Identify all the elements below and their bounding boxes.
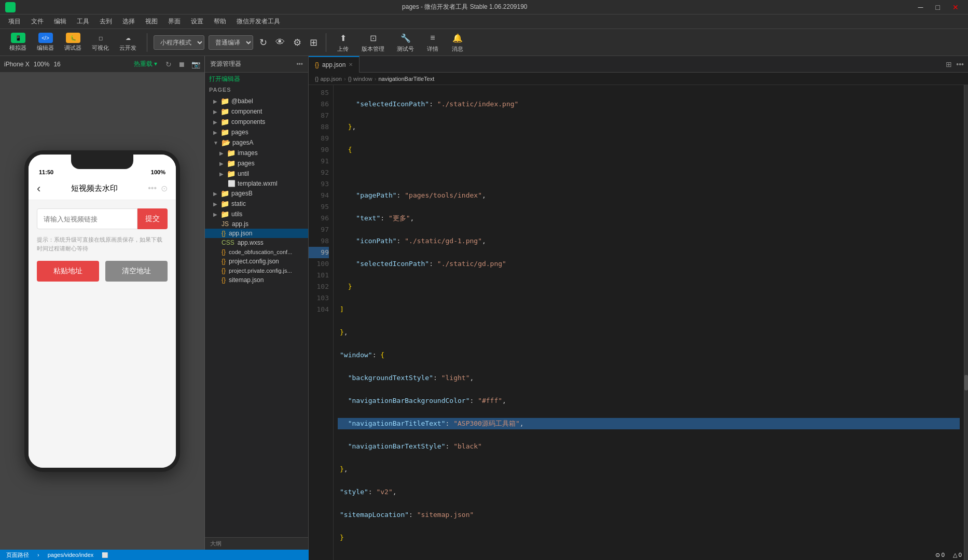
tree-item-pagesA[interactable]: ▼ 📂 pagesA [205, 137, 308, 148]
mode-select[interactable]: 小程序模式 [154, 35, 204, 50]
status-separator: › [37, 552, 39, 558]
details-button[interactable]: ≡ 详情 [422, 30, 443, 55]
folder-icon: 📁 [220, 189, 229, 198]
menu-bar: 项目 文件 编辑 工具 去到 选择 视图 界面 设置 帮助 微信开发者工具 [0, 15, 968, 29]
phone-back-btn[interactable]: ‹ [37, 182, 40, 195]
stop-sim-icon[interactable]: ⏹ [178, 60, 185, 68]
tree-item-babel[interactable]: ▶ 📁 @babel [205, 96, 308, 106]
tree-item-images[interactable]: ▶ 📁 images [205, 148, 308, 158]
menu-settings[interactable]: 设置 [187, 15, 208, 28]
tree-item-label: components [231, 118, 265, 125]
visual-label: 可视化 [92, 44, 109, 52]
tree-item-pages-sub[interactable]: ▶ 📁 pages [205, 158, 308, 169]
chevron-right-icon: ▶ [219, 150, 224, 156]
refresh-button[interactable]: ↻ [257, 35, 269, 50]
code-area[interactable]: "selectedIconPath": "./static/index.png"… [334, 85, 964, 560]
message-button[interactable]: 🔔 消息 [447, 30, 468, 55]
device-button[interactable]: ⚙ [291, 35, 303, 50]
filetree-more-icon[interactable]: ••• [296, 61, 303, 68]
tree-item-utils[interactable]: ▶ 📁 utils [205, 209, 308, 219]
visual-toggle-button[interactable]: ◻ 可视化 [88, 31, 113, 54]
tree-item-components[interactable]: ▶ 📁 components [205, 117, 308, 127]
simulator-toggle-button[interactable]: 📱 模拟器 [5, 31, 31, 54]
hotspot-label[interactable]: 热重载 ▾ [134, 60, 157, 68]
tree-item-label: sitemap.json [229, 276, 264, 284]
scrollbar-thumb[interactable] [964, 375, 968, 390]
chevron-down-icon: ▼ [213, 140, 218, 146]
editor-label: 编辑器 [37, 44, 54, 52]
menu-wechat-tools[interactable]: 微信开发者工具 [232, 15, 284, 28]
open-editor-link[interactable]: 打开编辑器 [205, 73, 308, 86]
cloud-toggle-button[interactable]: ☁ 云开发 [115, 31, 141, 54]
debugger-toggle-button[interactable]: 🐛 调试器 [60, 31, 86, 54]
cloud-icon: ☁ [121, 33, 135, 43]
tree-item-pages[interactable]: ▶ 📁 pages [205, 127, 308, 137]
editor-breadcrumb: {} app.json › {} window › navigationBarT… [309, 73, 968, 85]
paste-address-button[interactable]: 粘贴地址 [37, 261, 99, 282]
video-link-input[interactable] [37, 208, 137, 229]
menu-edit[interactable]: 编辑 [50, 15, 71, 28]
nav-dots-icon[interactable]: ••• [148, 184, 157, 193]
test-number-button[interactable]: 🔧 测试号 [393, 30, 418, 55]
menu-goto[interactable]: 去到 [95, 15, 116, 28]
tree-item-code-obfuscation[interactable]: {} code_obfuscation_conf... [205, 247, 308, 257]
menu-project[interactable]: 项目 [4, 15, 25, 28]
tree-item-static[interactable]: ▶ 📁 static [205, 199, 308, 209]
tree-item-app-json[interactable]: {} app.json [205, 229, 308, 238]
restore-button[interactable]: □ [932, 2, 944, 12]
phone-body: 提交 提示：系统升级可直接在线原画质保存，如果下载时间过程请耐心等待 粘贴地址 … [29, 200, 176, 468]
folder-open-icon: 📂 [222, 138, 230, 147]
menu-select[interactable]: 选择 [118, 15, 139, 28]
breadcrumb-file: {} app.json [315, 76, 342, 82]
editor-tab-app-json[interactable]: {} app.json ✕ [309, 56, 359, 73]
folder-icon: 📁 [220, 200, 229, 208]
message-label: 消息 [452, 45, 463, 53]
tree-item-app-js[interactable]: JS app.js [205, 219, 308, 229]
filetree-footer: 大纲 [205, 537, 308, 550]
status-page-file-icon: ⬜ [102, 552, 108, 558]
tree-item-label: @babel [231, 97, 253, 105]
tree-item-project-private[interactable]: {} project.private.config.js... [205, 266, 308, 275]
menu-tools[interactable]: 工具 [73, 15, 93, 28]
tree-item-sitemap[interactable]: {} sitemap.json [205, 275, 308, 285]
editor-toggle-button[interactable]: </> 编辑器 [33, 31, 58, 54]
hint-text: 提示：系统升级可直接在线原画质保存，如果下载时间过程请耐心等待 [37, 235, 168, 253]
split-editor-icon[interactable]: ⊞ [946, 60, 952, 68]
toolbar-divider-2 [326, 33, 326, 52]
message-icon: 🔔 [451, 32, 464, 44]
tree-item-app-wxss[interactable]: CSS app.wxss [205, 238, 308, 247]
close-button[interactable]: ✕ [948, 2, 963, 12]
more-button[interactable]: ⊞ [308, 35, 320, 50]
tree-item-until[interactable]: ▶ 📁 until [205, 169, 308, 179]
clear-address-button[interactable]: 清空地址 [105, 261, 168, 282]
tree-item-label: app.wxss [238, 239, 264, 246]
chevron-right-icon: ▶ [219, 161, 224, 166]
upload-button[interactable]: ⬆ 上传 [333, 30, 353, 55]
orientation-label: 16 [53, 61, 60, 68]
tree-item-component[interactable]: ▶ 📁 component [205, 106, 308, 117]
json-file-icon: {} [222, 276, 226, 284]
submit-button[interactable]: 提交 [137, 208, 168, 229]
refresh-sim-icon[interactable]: ↻ [165, 60, 172, 68]
tree-item-pagesB[interactable]: ▶ 📁 pagesB [205, 188, 308, 199]
tree-item-project-config[interactable]: {} project.config.json [205, 257, 308, 266]
simulator-icon: 📱 [11, 33, 25, 43]
line-numbers: 85 86 87 88 89 90 91 92 93 94 95 96 97 9… [309, 85, 334, 560]
outline-label[interactable]: 大纲 [210, 540, 222, 548]
tree-item-template-wxml[interactable]: ⬜ template.wxml [205, 179, 308, 188]
menu-view[interactable]: 视图 [141, 15, 162, 28]
screenshot-icon[interactable]: 📷 [191, 60, 200, 68]
compile-select[interactable]: 普通编译 [209, 35, 253, 50]
tree-item-label: static [231, 200, 246, 207]
menu-help[interactable]: 帮助 [210, 15, 230, 28]
upload-label: 上传 [337, 45, 349, 53]
tab-close-icon[interactable]: ✕ [349, 62, 353, 67]
minimize-button[interactable]: ─ [914, 2, 928, 12]
editor-scrollbar[interactable] [964, 85, 968, 560]
nav-home-icon[interactable]: ⊙ [161, 184, 168, 193]
stop-button[interactable]: 👁 [273, 35, 287, 50]
menu-file[interactable]: 文件 [27, 15, 48, 28]
menu-interface[interactable]: 界面 [164, 15, 185, 28]
version-mgmt-button[interactable]: ⊡ 版本管理 [357, 30, 389, 55]
more-editor-icon[interactable]: ••• [956, 60, 964, 68]
